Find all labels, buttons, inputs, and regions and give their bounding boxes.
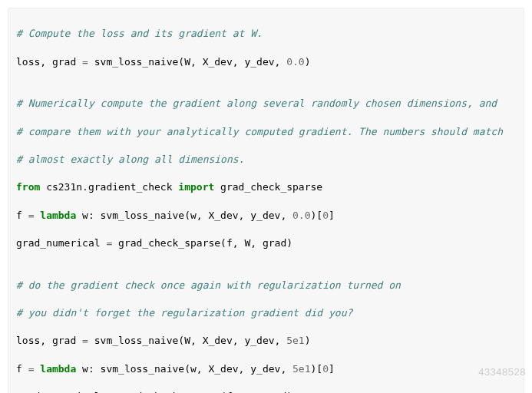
number: 0.0 <box>292 210 310 221</box>
code-line: # do the gradient check once again with … <box>16 279 516 292</box>
code-text: f <box>16 210 28 221</box>
code-text: cs231n.gradient_check <box>40 181 178 193</box>
code-text: ] <box>329 210 335 221</box>
code-text: svm_loss_naive(W, X_dev, y_dev, <box>88 335 286 346</box>
code-cell: # Compute the loss and its gradient at W… <box>8 8 524 393</box>
code-line: # almost exactly along all dimensions. <box>16 153 516 167</box>
code-line: grad_numerical = grad_check_sparse(f, W,… <box>16 390 516 393</box>
op: = <box>82 56 88 68</box>
keyword-from: from <box>16 181 40 193</box>
comment: # Compute the loss and its gradient at W… <box>16 28 263 39</box>
comment: # compare them with your analytically co… <box>16 126 503 137</box>
code-text: grad_check_sparse(f, W, grad) <box>112 237 292 249</box>
code-text: svm_loss_naive(W, X_dev, y_dev, <box>88 56 286 68</box>
code-text: w: svm_loss_naive(w, X_dev, y_dev, <box>76 363 292 375</box>
code-line: # compare them with your analytically co… <box>16 125 516 139</box>
code-text: )[ <box>311 210 323 221</box>
code-text: loss, grad <box>16 335 82 346</box>
code-line: loss, grad = svm_loss_naive(W, X_dev, y_… <box>16 55 516 69</box>
code-text: ] <box>329 363 335 375</box>
code-text: grad_check_sparse <box>214 181 322 193</box>
code-line: f = lambda w: svm_loss_naive(w, X_dev, y… <box>16 362 516 376</box>
code-text: )[ <box>311 363 323 375</box>
keyword-lambda: lambda <box>40 210 76 221</box>
number: 0 <box>322 210 329 221</box>
code-line: grad_numerical = grad_check_sparse(f, W,… <box>16 236 516 250</box>
number: 0.0 <box>286 56 304 68</box>
keyword-import: import <box>178 181 214 193</box>
comment: # you didn't forget the regularization g… <box>16 307 352 319</box>
comment: # do the gradient check once again with … <box>16 279 401 291</box>
code-line: from cs231n.gradient_check import grad_c… <box>16 180 516 194</box>
op: = <box>82 335 88 346</box>
number: 5e1 <box>292 363 310 375</box>
number: 5e1 <box>286 335 304 346</box>
code-line: # Compute the loss and its gradient at W… <box>16 27 516 41</box>
code-text: ) <box>305 335 311 346</box>
code-text: ) <box>305 56 311 68</box>
code-text: loss, grad <box>16 56 82 68</box>
code-line: f = lambda w: svm_loss_naive(w, X_dev, y… <box>16 209 516 223</box>
watermark-text: 43348528 <box>478 365 526 379</box>
code-text: f <box>16 363 28 375</box>
number: 0 <box>322 363 329 375</box>
comment: # Numerically compute the gradient along… <box>16 97 497 109</box>
code-text: w: svm_loss_naive(w, X_dev, y_dev, <box>76 210 292 221</box>
code-text: grad_numerical <box>16 237 106 249</box>
comment: # almost exactly along all dimensions. <box>16 154 244 165</box>
code-line: # Numerically compute the gradient along… <box>16 97 516 111</box>
code-line: # you didn't forget the regularization g… <box>16 306 516 320</box>
keyword-lambda: lambda <box>40 363 76 375</box>
code-line: loss, grad = svm_loss_naive(W, X_dev, y_… <box>16 334 516 348</box>
